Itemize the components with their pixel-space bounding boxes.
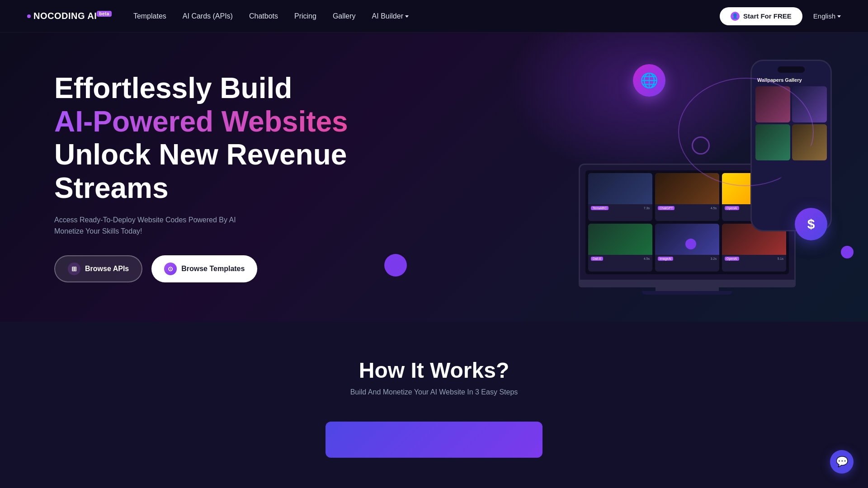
nav-item-chatbots[interactable]: Chatbots — [249, 12, 278, 20]
decorative-circle — [692, 136, 710, 155]
nav-item-ai-builder[interactable]: AI Builder — [372, 12, 409, 20]
laptop-stand — [656, 287, 719, 291]
browse-templates-button[interactable]: ⊙ Browse Templates — [151, 255, 257, 282]
how-it-works-subtitle: Build And Monetize Your AI Website In 3 … — [54, 388, 814, 396]
how-it-works-card — [326, 422, 542, 458]
chat-button[interactable]: 💬 — [830, 450, 854, 474]
browse-apis-button[interactable]: ⊞ Browse APIs — [54, 255, 142, 282]
nav-item-pricing[interactable]: Pricing — [294, 12, 316, 20]
card-image-4 — [588, 224, 652, 255]
user-icon: 👤 — [731, 12, 740, 21]
screen-card-4: Dall-E 4.5s — [588, 224, 652, 272]
start-free-button[interactable]: 👤 Start For FREE — [720, 7, 802, 25]
nav-item-templates[interactable]: Templates — [133, 12, 166, 20]
card-image-1 — [588, 173, 652, 204]
how-it-works-section: How It Works? Build And Monetize Your AI… — [0, 322, 868, 488]
phone-notch — [778, 66, 805, 73]
logo-dot — [27, 14, 31, 18]
hero-description: Access Ready-To-Deploy Website Codes Pow… — [54, 214, 380, 237]
hero-visual: 🌐 TerraARC 7.3s ChatG — [552, 51, 841, 304]
hero-title: Effortlessly Build AI-Powered Websites U… — [54, 72, 380, 205]
hero-content: Effortlessly Build AI-Powered Websites U… — [54, 72, 380, 282]
decorative-dot-1 — [841, 246, 854, 258]
chevron-down-icon — [837, 15, 841, 18]
logo-beta: beta — [97, 11, 112, 17]
nav-right: 👤 Start For FREE English — [720, 7, 841, 25]
hero-section: Effortlessly Build AI-Powered Websites U… — [0, 33, 868, 322]
apis-button-icon: ⊞ — [68, 263, 80, 275]
laptop-bottom — [642, 291, 732, 295]
logo[interactable]: NOCODING AIbeta — [27, 11, 112, 21]
globe-badge: 🌐 — [633, 64, 665, 97]
decorative-dot-3 — [685, 239, 696, 249]
how-it-works-title: How It Works? — [54, 358, 814, 383]
language-selector[interactable]: English — [813, 12, 841, 20]
logo-text: NOCODING AIbeta — [33, 11, 112, 21]
dollar-badge: $ — [795, 208, 827, 240]
screen-card-1: TerraARC 7.3s — [588, 173, 652, 221]
laptop-base — [579, 280, 796, 287]
nav-left: NOCODING AIbeta Templates AI Cards (APIs… — [27, 11, 409, 21]
chat-icon: 💬 — [836, 456, 848, 468]
nav-item-ai-cards[interactable]: AI Cards (APIs) — [183, 12, 233, 20]
navbar: NOCODING AIbeta Templates AI Cards (APIs… — [0, 0, 868, 33]
nav-links: Templates AI Cards (APIs) Chatbots Prici… — [133, 12, 409, 20]
screen-card-2: ChatGPT 4.5s — [655, 173, 719, 221]
decorative-dot-2 — [384, 254, 407, 277]
chevron-down-icon — [405, 15, 409, 18]
templates-button-icon: ⊙ — [164, 263, 177, 275]
hero-buttons: ⊞ Browse APIs ⊙ Browse Templates — [54, 255, 380, 282]
nav-item-gallery[interactable]: Gallery — [333, 12, 356, 20]
